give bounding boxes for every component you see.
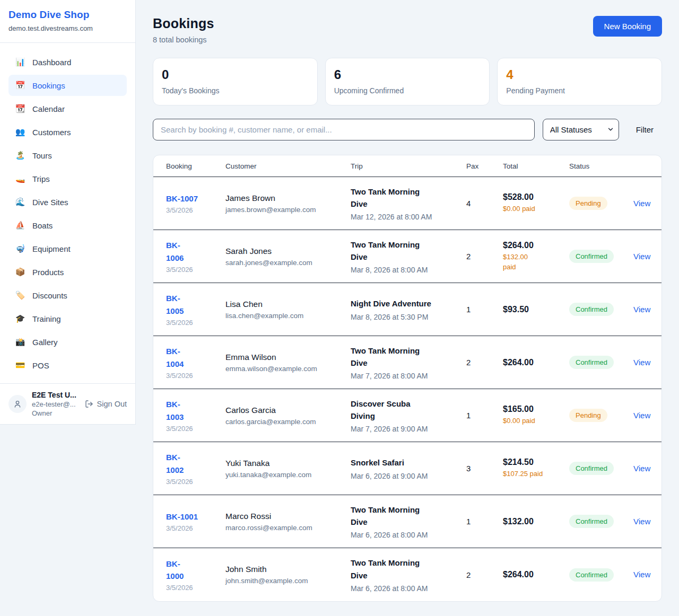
wave-icon: 🌊 xyxy=(15,197,25,207)
booking-id-link[interactable]: BK- 1006 xyxy=(166,239,184,264)
search-input[interactable] xyxy=(153,119,535,140)
booking-cell: BK- 1005 3/5/2026 xyxy=(153,292,225,327)
user-name: E2E Test U... xyxy=(32,391,80,399)
booking-id-link[interactable]: BK- 1004 xyxy=(166,345,184,370)
trip-name: Discover Scuba Diving xyxy=(351,398,466,423)
booking-id-link[interactable]: BK-1001 xyxy=(166,511,198,523)
booking-date: 3/5/2026 xyxy=(166,266,225,274)
sidebar-item-products[interactable]: 📦 Products xyxy=(8,261,127,283)
sidebar-item-bookings[interactable]: 📅 Bookings xyxy=(8,75,127,96)
actions-cell: View xyxy=(633,570,661,579)
booking-id-link[interactable]: BK-1007 xyxy=(166,192,198,205)
sidebar-item-gallery[interactable]: 📸 Gallery xyxy=(8,331,127,353)
trip-name: Two Tank Morning Dive xyxy=(351,239,466,263)
pax-value: 2 xyxy=(466,252,503,261)
table-row: BK- 1004 3/5/2026 Emma Wilson emma.wilso… xyxy=(153,336,661,389)
paid-amount: $107.25 paid xyxy=(503,469,569,479)
sidebar-item-equipment[interactable]: 🤿 Equipment xyxy=(8,238,127,259)
col-pax: Pax xyxy=(466,162,503,170)
status-select[interactable]: All Statuses xyxy=(543,119,619,140)
sidebar-item-customers[interactable]: 👥 Customers xyxy=(8,121,127,143)
sidebar-item-training[interactable]: 🎓 Training xyxy=(8,308,127,329)
sidebar-item-label: Discounts xyxy=(32,291,67,300)
total-cell: $264.00 xyxy=(503,570,569,579)
pax-value: 1 xyxy=(466,517,503,526)
sidebar-item-boats[interactable]: ⛵ Boats xyxy=(8,215,127,236)
view-link[interactable]: View xyxy=(633,305,650,314)
view-link[interactable]: View xyxy=(633,252,650,261)
sidebar-item-tours[interactable]: 🏝️ Tours xyxy=(8,145,127,166)
booking-cell: BK- 1006 3/5/2026 xyxy=(153,239,225,274)
customer-email: marco.rossi@example.com xyxy=(225,524,351,532)
trip-datetime: Mar 7, 2026 at 9:00 AM xyxy=(351,425,466,433)
status-cell: Pending xyxy=(569,409,633,422)
sidebar-item-trips[interactable]: 🚤 Trips xyxy=(8,168,127,189)
trip-datetime: Mar 8, 2026 at 5:30 PM xyxy=(351,313,466,321)
customer-cell: Lisa Chen lisa.chen@example.com xyxy=(225,300,351,320)
total-amount: $264.00 xyxy=(503,358,569,367)
sign-out-button[interactable]: Sign Out xyxy=(85,400,127,408)
stat-card: 0 Today's Bookings xyxy=(153,58,318,105)
brand-block: Demo Dive Shop demo.test.divestreams.com xyxy=(0,0,135,43)
sidebar-item-pos[interactable]: 💳 POS xyxy=(8,355,127,376)
view-link[interactable]: View xyxy=(633,199,650,208)
customer-email: carlos.garcia@example.com xyxy=(225,418,351,426)
stat-card: 4 Pending Payment xyxy=(497,58,662,105)
customer-email: yuki.tanaka@example.com xyxy=(225,471,351,479)
col-trip: Trip xyxy=(351,162,466,170)
tearoff-calendar-icon: 📆 xyxy=(15,104,25,113)
filter-button[interactable]: Filter xyxy=(628,120,662,139)
sidebar-item-dive-sites[interactable]: 🌊 Dive Sites xyxy=(8,191,127,213)
view-link[interactable]: View xyxy=(633,464,650,473)
trip-name: Two Tank Morning Dive xyxy=(351,557,466,582)
trip-datetime: Mar 6, 2026 at 8:00 AM xyxy=(351,531,466,539)
customer-cell: Sarah Jones sarah.jones@example.com xyxy=(225,247,351,267)
customer-cell: Yuki Tanaka yuki.tanaka@example.com xyxy=(225,459,351,479)
camera-icon: 📸 xyxy=(15,337,25,347)
view-link[interactable]: View xyxy=(633,517,650,526)
sign-out-icon xyxy=(85,400,93,408)
trip-name: Two Tank Morning Dive xyxy=(351,345,466,369)
view-link[interactable]: View xyxy=(633,358,650,367)
people-icon: 👥 xyxy=(15,127,25,137)
booking-id-link[interactable]: BK- 1000 xyxy=(166,558,184,583)
sidebar-nav: 📊 Dashboard 📅 Bookings 📆 Calendar 👥 Cust… xyxy=(0,43,135,383)
user-meta: E2E Test U... e2e-tester@... Owner xyxy=(32,391,80,417)
table-row: BK- 1000 3/5/2026 John Smith john.smith@… xyxy=(153,548,661,601)
actions-cell: View xyxy=(633,358,661,367)
pax-value: 3 xyxy=(466,464,503,473)
sidebar-item-dashboard[interactable]: 📊 Dashboard xyxy=(8,51,127,73)
tag-icon: 🏷️ xyxy=(15,291,25,300)
table-row: BK- 1005 3/5/2026 Lisa Chen lisa.chen@ex… xyxy=(153,283,661,336)
total-amount: $264.00 xyxy=(503,570,569,579)
status-cell: Confirmed xyxy=(569,303,633,316)
booking-date: 3/5/2026 xyxy=(166,372,225,380)
sidebar-item-label: Boats xyxy=(32,221,53,230)
booking-id-link[interactable]: BK- 1003 xyxy=(166,398,184,423)
booking-date: 3/5/2026 xyxy=(166,206,225,214)
booking-id-link[interactable]: BK- 1005 xyxy=(166,292,184,317)
shop-domain: demo.test.divestreams.com xyxy=(8,24,127,32)
customer-name: John Smith xyxy=(225,565,351,574)
new-booking-button[interactable]: New Booking xyxy=(593,16,662,37)
customer-cell: James Brown james.brown@example.com xyxy=(225,193,351,214)
trip-cell: Two Tank Morning Dive Mar 7, 2026 at 8:0… xyxy=(351,345,466,381)
person-icon xyxy=(13,400,22,408)
actions-cell: View xyxy=(633,464,661,473)
trip-datetime: Mar 6, 2026 at 8:00 AM xyxy=(351,584,466,593)
status-select-wrap: All Statuses xyxy=(543,119,619,140)
status-badge: Confirmed xyxy=(569,568,614,582)
paid-amount: $0.00 paid xyxy=(503,416,569,426)
view-link[interactable]: View xyxy=(633,570,650,579)
island-icon: 🏝️ xyxy=(15,151,25,160)
booking-date: 3/5/2026 xyxy=(166,425,225,433)
sidebar-item-discounts[interactable]: 🏷️ Discounts xyxy=(8,285,127,306)
view-link[interactable]: View xyxy=(633,411,650,420)
status-cell: Confirmed xyxy=(569,462,633,475)
booking-cell: BK- 1004 3/5/2026 xyxy=(153,345,225,380)
trip-cell: Two Tank Morning Dive Mar 12, 2026 at 8:… xyxy=(351,186,466,222)
sidebar-item-calendar[interactable]: 📆 Calendar xyxy=(8,98,127,119)
page-title-block: Bookings 8 total bookings xyxy=(153,16,214,44)
booking-id-link[interactable]: BK- 1002 xyxy=(166,451,184,476)
customer-name: Sarah Jones xyxy=(225,247,351,256)
